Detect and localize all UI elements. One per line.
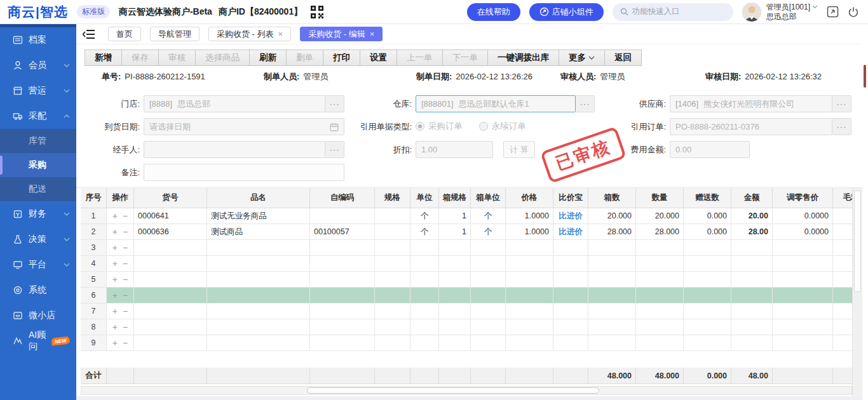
table-header-row: 序号操作货号品名自编码规格单位箱规格箱单位价格比价宝箱数数量赠送数金额调零售价毛…: [81, 188, 852, 208]
table-cell-调零售价: 0.0000: [773, 208, 833, 224]
horizontal-scrollbar-thumb[interactable]: [307, 387, 599, 394]
sidebar-item-财务[interactable]: 财务: [0, 201, 76, 227]
page-scrollbar[interactable]: [862, 24, 868, 400]
toolbar-button-新增[interactable]: 新增: [85, 50, 122, 66]
warehouse-field[interactable]: [888801]思迅总部默认仓库1: [416, 95, 576, 112]
sidebar-subitem-采购[interactable]: 采购: [0, 153, 76, 177]
tab-采购收货 - 编辑[interactable]: 采购收货 - 编辑×: [300, 27, 383, 41]
add-row-button[interactable]: +: [112, 338, 118, 348]
add-row-button[interactable]: +: [112, 227, 118, 237]
close-tab-icon[interactable]: ×: [370, 29, 375, 39]
power-icon[interactable]: [848, 6, 859, 18]
sidebar-item-平台[interactable]: 平台: [0, 252, 76, 277]
add-row-button[interactable]: +: [112, 322, 118, 332]
sidebar-item-AI顾问[interactable]: AI顾问 NEW: [0, 328, 76, 354]
row-number-cell: 6: [81, 288, 107, 303]
top-header: 商云|智选 标准版 商云智选体验商户-Beta 商户ID【82400001】 在…: [0, 0, 868, 24]
fullscreen-icon[interactable]: [827, 6, 839, 18]
user-info[interactable]: 管理员[1001] 思迅总部: [766, 3, 818, 22]
online-help-button[interactable]: 在线帮助: [467, 3, 520, 21]
toolbar-button-设置[interactable]: 设置: [360, 50, 397, 66]
table-cell-箱规格: [439, 272, 471, 288]
ref-order-picker-button[interactable]: ···: [832, 118, 851, 135]
remove-row-button[interactable]: −: [123, 258, 128, 269]
table-cell-规格: [375, 224, 410, 240]
table-cell-单位: [410, 319, 439, 335]
avatar[interactable]: [742, 3, 761, 22]
new-badge: NEW: [51, 337, 71, 346]
remark-field[interactable]: [144, 164, 344, 181]
table-cell-价格: 1.0000: [506, 208, 553, 224]
page-scrollbar-thumb[interactable]: [864, 65, 866, 88]
table-horizontal-scrollbar[interactable]: [81, 386, 852, 395]
calculate-button: 计 算: [503, 141, 535, 158]
sidebar-item-微小店[interactable]: 微小店: [0, 303, 76, 328]
table-cell-赠送数: [684, 240, 731, 256]
warehouse-picker-button[interactable]: ···: [576, 95, 595, 112]
table-vertical-scrollbar[interactable]: [852, 188, 862, 400]
column-header-操作: 操作: [107, 188, 134, 208]
table-cell-规格: [375, 319, 410, 335]
table-cell-金额: [731, 319, 773, 335]
add-row-button[interactable]: +: [112, 211, 118, 221]
add-row-button[interactable]: +: [112, 243, 118, 253]
collapse-sidebar-icon[interactable]: [83, 29, 95, 39]
table-cell-箱单位: 个: [471, 224, 506, 240]
table-cell-自编码: [310, 272, 375, 288]
compare-price-link[interactable]: 比进价: [559, 227, 583, 237]
radio-perpetual-order: 永续订单: [479, 121, 526, 132]
table-cell-赠送数: [684, 256, 731, 272]
table-cell-规格: [375, 208, 410, 224]
remove-row-button[interactable]: −: [123, 274, 128, 284]
search-input[interactable]: 功能快速入口: [613, 3, 733, 21]
toolbar-button-审核: 审核: [159, 50, 196, 66]
tab-导航管理[interactable]: 导航管理: [150, 27, 200, 41]
remove-row-button[interactable]: −: [123, 290, 128, 300]
total-cell-金额: 48.00: [731, 368, 773, 384]
sidebar-item-label: 平台: [29, 259, 46, 270]
sidebar-item-label: 会员: [29, 60, 46, 71]
tab-首页[interactable]: 首页: [108, 27, 141, 41]
sidebar-item-营运[interactable]: 营运: [0, 78, 76, 103]
toolbar-button-刷新[interactable]: 刷新: [250, 50, 287, 66]
sidebar-item-系统[interactable]: 系统: [0, 277, 76, 303]
table-cell-自编码: [310, 303, 375, 319]
add-row-button[interactable]: +: [112, 258, 118, 269]
toolbar-button-更多[interactable]: 更多: [559, 50, 605, 66]
toolbar-button-保存: 保存: [122, 50, 159, 66]
table-cell-品名: [207, 256, 310, 272]
sidebar-item-决策[interactable]: 决策: [0, 227, 76, 252]
toolbar-button-一键调拨出库[interactable]: 一键调拨出库: [488, 50, 559, 66]
row-ops-cell: +−: [107, 303, 134, 319]
remove-row-button[interactable]: −: [123, 322, 128, 332]
toolbar-button-打印[interactable]: 打印: [323, 50, 360, 66]
table-cell-品名: [207, 272, 310, 288]
remove-row-button[interactable]: −: [123, 227, 128, 237]
remove-row-button[interactable]: −: [123, 338, 128, 348]
compare-price-link[interactable]: 比进价: [559, 211, 583, 222]
qrcode-icon[interactable]: [310, 5, 324, 19]
sidebar-subitem-label: 配送: [29, 183, 46, 195]
remove-row-button[interactable]: −: [123, 306, 128, 316]
chevron-down-icon: [64, 237, 70, 241]
arrival-date-field[interactable]: 请选择日期: [144, 118, 344, 135]
sidebar-item-会员[interactable]: 会员: [0, 53, 76, 78]
add-row-button[interactable]: +: [112, 274, 118, 284]
sidebar-item-档案[interactable]: 档案: [0, 27, 76, 53]
add-row-button[interactable]: +: [112, 306, 118, 316]
add-row-button[interactable]: +: [112, 290, 118, 300]
remove-row-button[interactable]: −: [123, 211, 128, 221]
remove-row-button[interactable]: −: [123, 243, 128, 253]
table-cell-货号: [134, 240, 207, 256]
total-cell-自编码: [310, 368, 375, 384]
sidebar-subitem-库管[interactable]: 库管: [0, 129, 76, 153]
table-cell-数量: 28.000: [636, 224, 684, 240]
sidebar-subitem-配送[interactable]: 配送: [0, 177, 76, 201]
vertical-scrollbar-thumb[interactable]: [854, 190, 861, 292]
toolbar-button-返回[interactable]: 返回: [605, 50, 642, 66]
doc-info-label: 制单人员:: [264, 72, 299, 81]
sidebar-item-采配[interactable]: 采配: [0, 103, 76, 129]
shop-widget-button[interactable]: 店铺小组件: [529, 3, 604, 21]
tab-采购收货 - 列表[interactable]: 采购收货 - 列表×: [208, 27, 291, 41]
close-tab-icon[interactable]: ×: [278, 29, 283, 39]
